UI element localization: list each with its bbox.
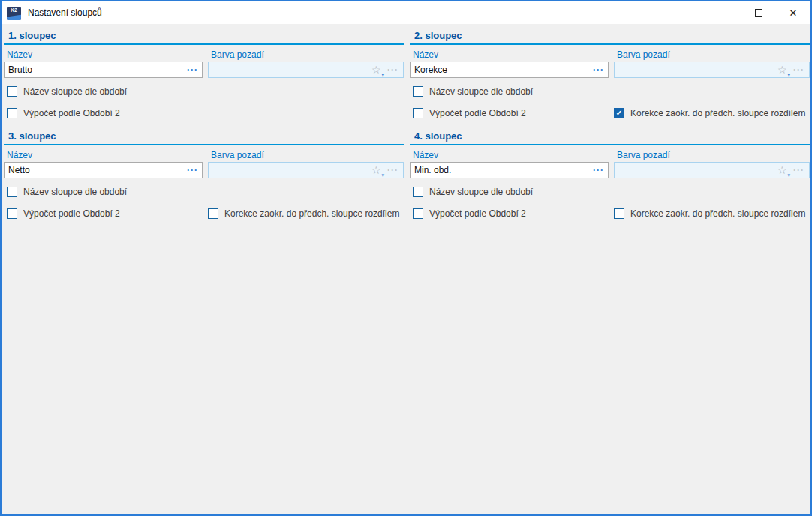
k2-logo-text: K2 (11, 7, 17, 14)
checkbox-correction-rounding[interactable] (208, 208, 218, 219)
background-color-input[interactable]: ☆ ▾ ··· (614, 162, 810, 178)
section-fields: Název ··· Barva pozadí ☆ ▾ (410, 148, 810, 178)
window-controls: ✕ (707, 2, 810, 24)
column-name-input-wrap: ··· (4, 162, 203, 178)
color-ellipsis-button[interactable]: ··· (387, 66, 398, 74)
close-button[interactable]: ✕ (776, 2, 810, 24)
name-field-label: Název (4, 48, 203, 62)
name-field-label: Název (410, 48, 609, 62)
background-color-field: Barva pozadí ☆ ▾ ··· (208, 48, 404, 78)
checkbox-calc-by-period2[interactable] (7, 208, 17, 219)
checkbox-row: Výpočet podle Období 2 Korekce zaokr. do… (4, 208, 404, 220)
star-dropdown-arrow-icon: ▾ (381, 72, 384, 77)
color-ellipsis-button[interactable]: ··· (793, 166, 804, 174)
checkbox-label: Výpočet podle Období 2 (23, 108, 120, 118)
close-icon: ✕ (789, 8, 798, 18)
checkbox-name-by-period[interactable] (413, 187, 423, 197)
favorite-star-button[interactable]: ☆ ▾ (777, 164, 789, 177)
checkbox-label: Výpočet podle Období 2 (23, 208, 120, 219)
star-dropdown-arrow-icon: ▾ (787, 72, 790, 77)
background-color-label: Barva pozadí (208, 148, 404, 162)
section-column-4: 4. sloupec Název ··· Barva pozadí ☆ (410, 127, 810, 220)
checkbox-label: Výpočet podle Období 2 (429, 108, 526, 118)
name-ellipsis-button[interactable]: ··· (593, 66, 604, 74)
checkbox-label: Výpočet podle Období 2 (429, 208, 526, 219)
name-ellipsis-button[interactable]: ··· (593, 166, 604, 174)
color-ellipsis-button[interactable]: ··· (793, 66, 804, 74)
name-ellipsis-button[interactable]: ··· (187, 66, 198, 74)
sections-grid: 1. sloupec Název ··· Barva pozadí ☆ (4, 26, 808, 220)
titlebar: K2 Nastavení sloupců ✕ (2, 2, 810, 24)
minimize-button[interactable] (707, 2, 741, 24)
window-title: Nastavení sloupců (28, 8, 102, 18)
checkbox-correction-rounding[interactable] (614, 208, 624, 219)
background-color-label: Barva pozadí (208, 48, 404, 62)
column-name-input[interactable] (414, 64, 593, 75)
checkbox-name-by-period[interactable] (413, 86, 423, 97)
checkbox-label: Název sloupce dle období (23, 86, 127, 97)
column-name-input-wrap: ··· (4, 62, 203, 78)
section-column-3: 3. sloupec Název ··· Barva pozadí ☆ (4, 127, 404, 220)
background-color-label: Barva pozadí (614, 48, 810, 62)
checkbox-label: Korekce zaokr. do předch. sloupce rozdíl… (630, 108, 805, 118)
section-fields: Název ··· Barva pozadí ☆ ▾ (4, 48, 404, 78)
correction-checkbox-group: Korekce zaokr. do předch. sloupce rozdíl… (614, 107, 805, 119)
star-dropdown-arrow-icon: ▾ (381, 172, 384, 178)
background-color-label: Barva pozadí (614, 148, 810, 162)
correction-checkbox-group: Korekce zaokr. do předch. sloupce rozdíl… (614, 208, 805, 220)
favorite-star-button[interactable]: ☆ ▾ (371, 164, 383, 177)
background-color-input[interactable]: ☆ ▾ ··· (614, 62, 810, 78)
checkbox-label: Název sloupce dle období (429, 86, 533, 97)
checkbox-label: Název sloupce dle období (429, 187, 533, 197)
checkbox-calc-by-period2[interactable] (413, 208, 423, 219)
maximize-icon (755, 9, 762, 16)
column-name-input-wrap: ··· (410, 162, 609, 178)
name-field: Název ··· (4, 148, 203, 178)
checkbox-calc-by-period2[interactable] (7, 108, 17, 118)
star-icon: ☆ (371, 64, 381, 76)
column-name-input[interactable] (8, 165, 187, 176)
dialog-content: 1. sloupec Název ··· Barva pozadí ☆ (2, 24, 810, 514)
background-color-field: Barva pozadí ☆ ▾ ··· (614, 48, 810, 78)
checkbox-label: Korekce zaokr. do předch. sloupce rozdíl… (630, 208, 805, 219)
name-field-label: Název (410, 148, 609, 162)
checkbox-correction-rounding[interactable] (614, 108, 624, 118)
name-ellipsis-button[interactable]: ··· (187, 166, 198, 174)
maximize-button[interactable] (741, 2, 776, 24)
color-ellipsis-button[interactable]: ··· (387, 166, 398, 174)
section-header: 4. sloupec (410, 127, 810, 146)
column-name-input[interactable] (414, 165, 593, 176)
checkbox-row: Název sloupce dle období (410, 86, 810, 98)
checkbox-row: Název sloupce dle období (4, 186, 404, 198)
checkbox-row: Název sloupce dle období (4, 86, 404, 98)
section-column-1: 1. sloupec Název ··· Barva pozadí ☆ (4, 26, 404, 119)
checkbox-label: Korekce zaokr. do předch. sloupce rozdíl… (224, 208, 399, 219)
star-icon: ☆ (777, 64, 787, 76)
section-header: 2. sloupec (410, 26, 810, 45)
favorite-star-button[interactable]: ☆ ▾ (777, 63, 789, 76)
column-name-input-wrap: ··· (410, 62, 609, 78)
section-column-2: 2. sloupec Název ··· Barva pozadí ☆ (410, 26, 810, 119)
k2-app-logo-icon: K2 (7, 7, 21, 20)
star-icon: ☆ (777, 164, 787, 176)
column-settings-window: K2 Nastavení sloupců ✕ 1. sloupec Název (0, 0, 812, 516)
section-header: 3. sloupec (4, 127, 404, 146)
background-color-input[interactable]: ☆ ▾ ··· (208, 162, 404, 178)
minimize-icon (720, 13, 728, 14)
section-fields: Název ··· Barva pozadí ☆ ▾ (4, 148, 404, 178)
checkbox-name-by-period[interactable] (7, 187, 17, 197)
checkbox-row: Název sloupce dle období (410, 186, 810, 198)
name-field: Název ··· (4, 48, 203, 78)
checkbox-row: Výpočet podle Období 2 (4, 107, 404, 119)
background-color-input[interactable]: ☆ ▾ ··· (208, 62, 404, 78)
checkbox-calc-by-period2[interactable] (413, 108, 423, 118)
column-name-input[interactable] (8, 64, 187, 75)
star-icon: ☆ (371, 164, 381, 176)
correction-checkbox-group: Korekce zaokr. do předch. sloupce rozdíl… (208, 208, 399, 220)
checkbox-name-by-period[interactable] (7, 86, 17, 97)
section-header: 1. sloupec (4, 26, 404, 45)
name-field: Název ··· (410, 148, 609, 178)
name-field-label: Název (4, 148, 203, 162)
checkbox-label: Název sloupce dle období (23, 187, 127, 197)
favorite-star-button[interactable]: ☆ ▾ (371, 63, 383, 76)
